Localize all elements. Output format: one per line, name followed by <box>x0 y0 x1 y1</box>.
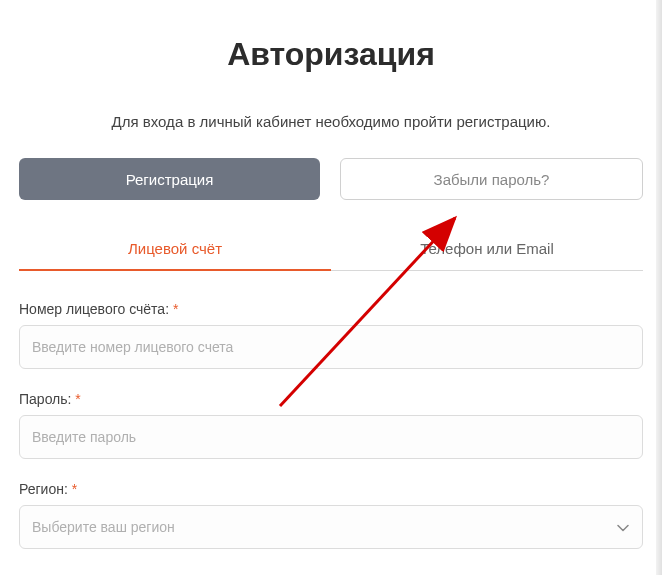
auth-description: Для входа в личный кабинет необходимо пр… <box>19 113 643 130</box>
region-label: Регион: * <box>19 481 643 497</box>
account-number-label: Номер лицевого счёта: * <box>19 301 643 317</box>
password-label: Пароль: * <box>19 391 643 407</box>
register-button[interactable]: Регистрация <box>19 158 320 200</box>
required-marker: * <box>72 481 77 497</box>
required-marker: * <box>75 391 80 407</box>
page-title: Авторизация <box>19 36 643 73</box>
forgot-password-button[interactable]: Забыли пароль? <box>340 158 643 200</box>
password-input[interactable] <box>19 415 643 459</box>
tab-phone-email[interactable]: Телефон или Email <box>331 230 643 271</box>
account-number-input[interactable] <box>19 325 643 369</box>
window-edge <box>656 0 662 575</box>
tab-account[interactable]: Лицевой счёт <box>19 230 331 271</box>
required-marker: * <box>173 301 178 317</box>
region-select[interactable]: Выберите ваш регион <box>19 505 643 549</box>
